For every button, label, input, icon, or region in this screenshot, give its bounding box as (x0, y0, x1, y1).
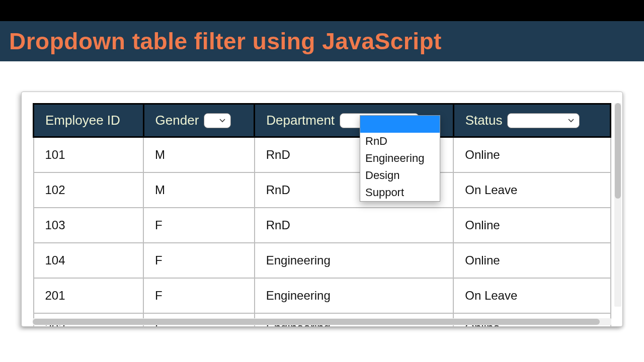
cell-dept: RnD (255, 208, 454, 243)
top-black-bar (0, 0, 644, 21)
cell-status: Online (453, 243, 610, 278)
cell-gender: M (143, 137, 255, 173)
cell-status: On Leave (453, 172, 610, 208)
page-title: Dropdown table filter using JavaScript (9, 28, 442, 55)
status-filter-select[interactable] (507, 113, 580, 128)
dropdown-option-engineering[interactable]: Engineering (360, 150, 440, 167)
cell-dept: Engineering (255, 278, 454, 313)
table-row: 201 F Engineering On Leave (34, 278, 611, 313)
cell-id: 101 (34, 137, 144, 173)
content-area: Employee ID Gender (0, 61, 644, 327)
cell-gender: F (143, 208, 255, 243)
chevron-down-icon (568, 118, 574, 124)
horizontal-scrollbar-thumb[interactable] (33, 319, 600, 325)
header-employee-id: Employee ID (34, 104, 144, 137)
header-label-gender: Gender (155, 113, 199, 128)
gender-filter-select[interactable] (204, 113, 231, 128)
table-card: Employee ID Gender (21, 92, 623, 327)
cell-status: Online (453, 137, 610, 173)
cell-id: 103 (34, 208, 144, 243)
dropdown-option-support[interactable]: Support (360, 184, 440, 201)
dropdown-option-design[interactable]: Design (360, 167, 440, 184)
cell-dept: Engineering (255, 243, 454, 278)
table-body: 101 M RnD Online 102 M RnD On Leave 103 … (34, 137, 611, 327)
header-label-department: Department (266, 113, 335, 128)
cell-id: 201 (34, 278, 144, 313)
table-row: 102 M RnD On Leave (34, 172, 611, 208)
cell-gender: M (143, 172, 255, 208)
dropdown-option-blank[interactable] (360, 116, 440, 133)
chevron-down-icon (219, 118, 225, 124)
header-gender: Gender (143, 104, 255, 137)
cell-gender: F (143, 278, 255, 313)
table-row: 101 M RnD Online (34, 137, 611, 173)
header-status: Status (453, 104, 610, 137)
table-row: 104 F Engineering Online (34, 243, 611, 278)
vertical-scrollbar[interactable] (614, 103, 621, 307)
employee-table: Employee ID Gender (33, 103, 611, 327)
department-dropdown-list[interactable]: RnD Engineering Design Support (360, 115, 440, 202)
cell-status: On Leave (453, 278, 610, 313)
header-label-status: Status (465, 113, 503, 128)
table-header-row: Employee ID Gender (34, 104, 611, 137)
cell-status: Online (453, 208, 610, 243)
cell-gender: F (143, 243, 255, 278)
cell-id: 102 (34, 172, 144, 208)
header-label-id: Employee ID (45, 113, 120, 128)
vertical-scrollbar-thumb[interactable] (615, 103, 621, 199)
title-bar: Dropdown table filter using JavaScript (0, 21, 644, 61)
dropdown-option-rnd[interactable]: RnD (360, 133, 440, 150)
table-row: 103 F RnD Online (34, 208, 611, 243)
horizontal-scrollbar[interactable] (33, 318, 611, 325)
cell-id: 104 (34, 243, 144, 278)
